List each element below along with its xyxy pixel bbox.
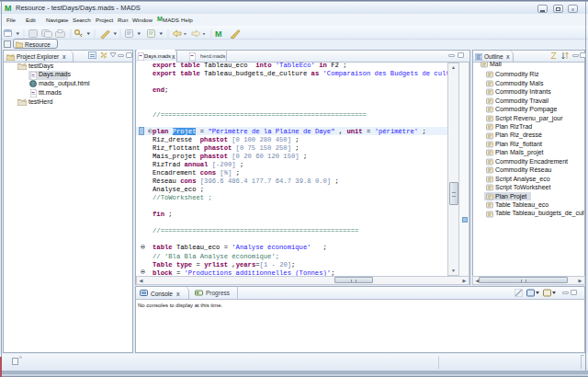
svg-text:M: M <box>215 29 222 39</box>
